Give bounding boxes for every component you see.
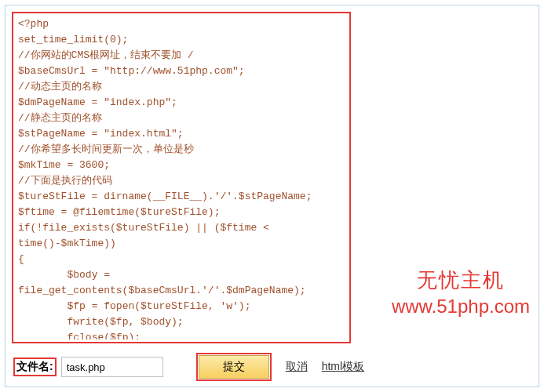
submit-button[interactable]: 提交 (199, 355, 269, 379)
watermark-url: www.51php.com (392, 296, 530, 318)
cancel-link[interactable]: 取消 (286, 360, 308, 374)
filename-label: 文件名: (16, 360, 53, 372)
bottom-toolbar: 文件名: 提交 取消 html模板 (12, 350, 532, 384)
code-editor[interactable] (13, 13, 349, 339)
watermark: 无忧主机 www.51php.com (392, 267, 530, 318)
code-editor-highlight (12, 12, 351, 343)
watermark-title: 无忧主机 (392, 267, 530, 294)
filename-input[interactable] (61, 357, 163, 377)
html-template-link[interactable]: html模板 (322, 360, 364, 374)
filename-label-highlight: 文件名: (13, 358, 57, 376)
submit-button-highlight: 提交 (196, 353, 272, 381)
main-panel: 文件名: 提交 取消 html模板 (5, 5, 539, 387)
